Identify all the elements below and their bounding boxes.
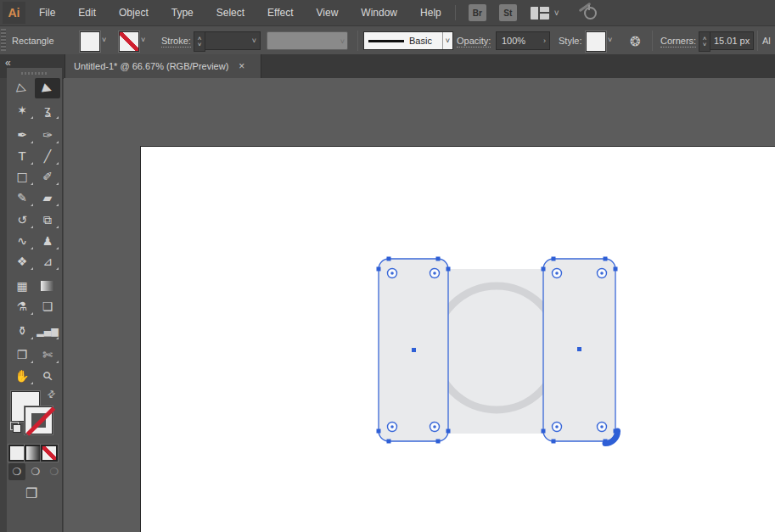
blend-icon: ❏ — [42, 300, 53, 312]
fill-chevron-down-icon[interactable]: ˅ — [102, 36, 106, 44]
pen-tool[interactable]: ✒ — [9, 125, 35, 145]
selection-tool[interactable]: ▷ — [9, 78, 35, 98]
column-graph-tool[interactable]: ▂▄▆ — [35, 321, 60, 341]
rectangle-tool[interactable]: □ — [9, 166, 35, 187]
shape-builder-tool[interactable]: ❖ — [9, 251, 35, 272]
draw-inside-mode-button[interactable]: ❍ — [46, 463, 63, 480]
opacity-label[interactable]: Opacity: — [457, 36, 491, 48]
puppet-warp-tool[interactable]: ♟ — [35, 231, 60, 251]
align-label-truncated[interactable]: Al — [762, 36, 771, 46]
left-rect-center-point[interactable] — [412, 348, 416, 352]
opacity-value: 100% — [497, 36, 540, 46]
fill-color-swatch[interactable] — [80, 31, 100, 52]
type-tool[interactable]: T — [9, 146, 35, 166]
default-fill-stroke-icon[interactable] — [10, 422, 21, 433]
brush-definition-dropdown[interactable]: Basic ˅ — [363, 31, 453, 50]
direct-selection-tool[interactable]: ▶ — [35, 78, 60, 98]
style-swatch[interactable] — [586, 31, 606, 52]
canvas-pasteboard[interactable] — [64, 78, 775, 532]
stroke-weight-label[interactable]: Stroke: — [161, 36, 191, 48]
right-rect-center-point[interactable] — [577, 347, 581, 351]
mesh-tool[interactable]: ▦ — [9, 276, 35, 296]
line-segment-tool[interactable]: ╱ — [35, 146, 60, 166]
magic-wand-tool[interactable]: ✶ — [9, 100, 35, 120]
corners-field[interactable]: 15.01 px — [710, 31, 754, 50]
paintbrush-tool[interactable]: ✐ — [35, 166, 60, 187]
gradient-icon: ▩ — [41, 281, 54, 291]
direct-selection-arrow-icon: ▶ — [42, 81, 54, 96]
stroke-weight-dropdown[interactable]: ˅ — [205, 31, 261, 50]
stroke-proxy-swatch[interactable] — [25, 406, 53, 434]
menu-bar: Ai File Edit Object Type Select Effect V… — [0, 0, 775, 25]
spray-can-icon: ⚱ — [17, 325, 27, 337]
eraser-tool[interactable]: ▰ — [35, 188, 60, 208]
stock-button[interactable]: St — [499, 4, 517, 21]
recolor-artwork-icon[interactable]: ❂ — [630, 34, 641, 49]
brush-chevron-icon[interactable]: ˅ — [442, 32, 452, 49]
control-bar-grip[interactable] — [1, 29, 6, 51]
slice-icon: ✄ — [42, 349, 53, 361]
blend-tool[interactable]: ❏ — [35, 296, 60, 316]
menu-effect[interactable]: Effect — [267, 7, 293, 19]
width-icon: ∿ — [17, 235, 27, 247]
menu-help[interactable]: Help — [420, 7, 441, 19]
perspective-grid-tool[interactable]: ⊿ — [35, 251, 60, 272]
stroke-weight-stepper[interactable]: ˄ ˅ — [194, 31, 205, 52]
collapse-panel-icon[interactable]: « — [5, 57, 9, 69]
corners-label[interactable]: Corners: — [660, 36, 696, 48]
hand-icon: ✋ — [14, 370, 29, 382]
lasso-icon: ʓ — [44, 104, 51, 116]
type-icon: T — [19, 150, 26, 162]
mini-front-square — [13, 424, 21, 433]
slice-tool[interactable]: ✄ — [35, 344, 60, 365]
none-mode-button[interactable] — [41, 445, 58, 462]
gradient-tool[interactable]: ▩ — [35, 276, 60, 296]
eyedropper-tool[interactable]: ⚗ — [9, 296, 35, 316]
menu-view[interactable]: View — [317, 7, 339, 19]
draw-normal-mode-button[interactable]: ❍ — [8, 463, 25, 480]
style-label: Style: — [559, 36, 582, 46]
lasso-tool[interactable]: ʓ — [35, 100, 60, 120]
zoom-tool[interactable]: ⚲ — [35, 366, 60, 386]
menu-window[interactable]: Window — [361, 7, 397, 19]
stroke-weight-chevron-icon[interactable]: ˅ — [249, 36, 260, 45]
rotate-tool[interactable]: ↺ — [9, 210, 35, 230]
workspace-layout-icon[interactable] — [531, 7, 549, 20]
magic-wand-icon: ✶ — [17, 104, 27, 116]
menu-edit[interactable]: Edit — [78, 7, 96, 19]
curvature-tool[interactable]: ✑ — [35, 125, 60, 145]
stepper-down-icon[interactable]: ˅ — [198, 42, 202, 48]
bridge-button[interactable]: Br — [469, 4, 486, 21]
draw-behind-mode-button[interactable]: ❍ — [27, 463, 44, 480]
menu-file[interactable]: File — [39, 7, 55, 19]
stroke-chevron-down-icon[interactable]: ˅ — [141, 36, 145, 44]
document-tab[interactable]: Untitled-1* @ 66.67% (RGB/Preview) × — [65, 54, 261, 78]
workspace-chevron-down-icon[interactable]: ˅ — [554, 8, 559, 18]
swap-fill-stroke-icon[interactable]: ⇄ — [45, 388, 58, 401]
symbol-sprayer-tool[interactable]: ⚱ — [9, 321, 35, 341]
menu-object[interactable]: Object — [119, 7, 149, 19]
separator — [357, 31, 358, 51]
style-chevron-icon[interactable]: ˅ — [608, 36, 612, 44]
scale-tool[interactable]: ⧉ — [35, 210, 60, 230]
draw-normal-icon: ❍ — [13, 466, 22, 478]
color-mode-button[interactable] — [8, 445, 25, 462]
artboard-tool[interactable]: ❐ — [9, 344, 35, 365]
app-logo: Ai — [3, 2, 25, 24]
tab-close-icon[interactable]: × — [239, 60, 244, 72]
width-tool[interactable]: ∿ — [9, 231, 35, 251]
hand-tool[interactable]: ✋ — [9, 366, 35, 386]
tools-panel-grip[interactable] — [21, 72, 47, 75]
gradient-mode-button[interactable] — [25, 445, 42, 462]
corners-stepper[interactable]: ˄ ˅ — [699, 31, 710, 52]
menu-select[interactable]: Select — [216, 7, 244, 19]
menu-type[interactable]: Type — [171, 7, 194, 19]
stepper-down-icon[interactable]: ˅ — [703, 42, 707, 48]
paintbrush-icon: ✐ — [42, 171, 53, 182]
stroke-color-swatch[interactable] — [119, 31, 139, 52]
screen-mode-button[interactable]: ❐ — [25, 485, 37, 501]
opacity-field[interactable]: 100% › — [496, 31, 550, 50]
opacity-arrow-icon[interactable]: › — [540, 36, 549, 45]
pencil-tool[interactable]: ✎ — [9, 188, 35, 208]
touch-workspace-icon[interactable] — [576, 3, 598, 22]
